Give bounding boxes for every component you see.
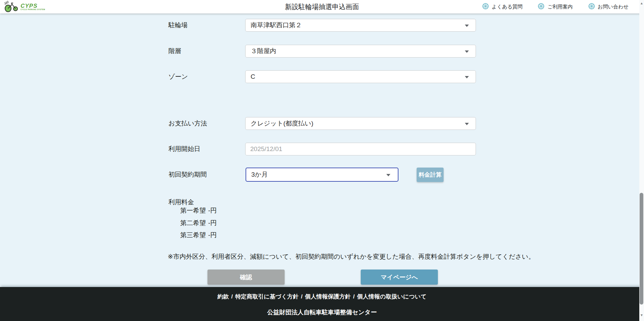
scrollbar-thumb[interactable] <box>640 193 643 305</box>
start-date-input[interactable] <box>245 143 476 155</box>
application-page: CYPS CYCLE PARKING SYSTEM 新設駐輪場抽選申込画面 よく… <box>0 0 644 321</box>
scroll-up-icon[interactable]: ▲ <box>639 1 644 6</box>
fee-value: -円 <box>208 206 217 215</box>
nav-label: お問い合わせ <box>598 4 629 10</box>
fee-label: 第一希望 <box>180 206 208 215</box>
label-zone: ゾーン <box>168 73 188 81</box>
header: CYPS CYCLE PARKING SYSTEM 新設駐輪場抽選申込画面 よく… <box>0 0 644 13</box>
logo-text-main: CYPS <box>21 3 45 8</box>
vertical-scrollbar[interactable]: ▲ ▼ <box>639 0 644 321</box>
calculate-fee-button[interactable]: 料金計算 <box>417 168 444 182</box>
select-contract-period[interactable]: 3か月 <box>246 168 398 182</box>
wheel-icon <box>588 3 595 10</box>
logo-text: CYPS CYCLE PARKING SYSTEM <box>21 3 45 10</box>
fee-row-second: 第二希望 -円 <box>180 219 217 227</box>
mypage-button[interactable]: マイページへ <box>361 270 438 285</box>
wheel-icon <box>538 3 544 10</box>
fee-row-third: 第三希望 -円 <box>180 231 217 240</box>
cyps-logo[interactable]: CYPS CYCLE PARKING SYSTEM <box>3 0 54 13</box>
footer-separator: / <box>231 293 233 300</box>
recalculate-note: ※市内外区分、利用者区分、減額について、初回契約期間のいずれかを変更した場合、再… <box>168 252 535 261</box>
logo-text-sub: CYCLE PARKING SYSTEM <box>21 8 45 10</box>
select-payment-method[interactable]: クレジット(都度払い) <box>245 117 476 130</box>
fee-row-first: 第一希望 -円 <box>180 206 217 215</box>
chevron-down-icon <box>465 123 469 125</box>
label-payment-method: お支払い方法 <box>168 119 207 128</box>
footer: 約款/特定商取引に基づく方針/個人情報保護方針/個人情報の取扱いについて 公益財… <box>0 287 644 321</box>
select-contract-period-value: 3か月 <box>251 168 268 181</box>
label-parking-lot: 駐輪場 <box>168 21 188 29</box>
scroll-down-icon[interactable]: ▼ <box>639 313 644 318</box>
select-floor[interactable]: ３階屋内 <box>245 45 476 58</box>
select-zone-value: C <box>251 71 255 83</box>
chevron-down-icon <box>465 76 469 78</box>
label-floor: 階層 <box>168 47 181 55</box>
select-floor-value: ３階屋内 <box>251 45 276 57</box>
nav-label: ご利用案内 <box>547 4 573 10</box>
select-parking-lot[interactable]: 南草津駅西口第２ <box>245 19 476 32</box>
fee-value: -円 <box>208 219 217 227</box>
footer-separator: / <box>353 293 355 300</box>
select-parking-lot-value: 南草津駅西口第２ <box>251 19 302 31</box>
select-payment-method-value: クレジット(都度払い) <box>251 117 313 130</box>
wheel-icon <box>482 3 489 10</box>
label-contract-period: 初回契約期間 <box>168 171 207 179</box>
chevron-down-icon <box>386 174 390 176</box>
footer-organization: 公益財団法人自転車駐車場整備センター <box>0 308 644 316</box>
nav-item-contact[interactable]: お問い合わせ <box>588 3 629 10</box>
label-start-date: 利用開始日 <box>168 145 200 153</box>
chevron-down-icon <box>465 25 469 27</box>
nav-label: よくある質問 <box>492 4 522 10</box>
chevron-down-icon <box>465 50 469 53</box>
footer-link-privacy-policy[interactable]: 個人情報保護方針 <box>305 293 351 300</box>
bicycle-logo-icon <box>3 0 19 14</box>
select-zone[interactable]: C <box>245 70 476 83</box>
footer-links: 約款/特定商取引に基づく方針/個人情報保護方針/個人情報の取扱いについて <box>0 293 644 300</box>
header-nav: よくある質問 ご利用案内 <box>482 0 629 13</box>
nav-item-guide[interactable]: ご利用案内 <box>538 3 573 10</box>
footer-link-personal-info[interactable]: 個人情報の取扱いについて <box>357 293 426 300</box>
fees-title: 利用料金 <box>168 198 194 207</box>
fee-label: 第二希望 <box>180 219 208 227</box>
fee-value: -円 <box>208 231 217 240</box>
fee-label: 第三希望 <box>180 231 208 240</box>
nav-item-faq[interactable]: よくある質問 <box>482 3 522 10</box>
confirm-button[interactable]: 確認 <box>207 270 285 285</box>
footer-link-terms[interactable]: 約款 <box>218 293 229 300</box>
footer-separator: / <box>301 293 303 300</box>
footer-link-commercial-policy[interactable]: 特定商取引に基づく方針 <box>235 293 298 300</box>
page-title: 新設駐輪場抽選申込画面 <box>285 0 359 13</box>
